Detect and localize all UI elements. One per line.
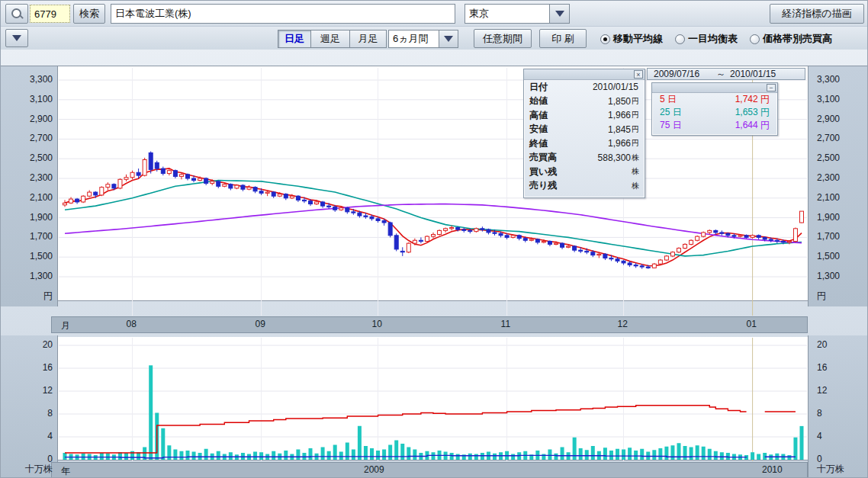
radio-overlay-0[interactable]: 移動平均線 (600, 32, 663, 46)
price-tick-label: 1,500 (817, 251, 840, 261)
price-tick-label: 3,300 (817, 74, 840, 85)
toolbar-row-2: 日足週足月足 任意期間 印 刷 移動平均線一目均衡表価格帯別売買高 (1, 27, 868, 50)
price-tick-label: 2,700 (817, 133, 840, 143)
timeframe-tabs: 日足週足月足 (278, 30, 387, 48)
ma-period-label: 75 日 (660, 119, 682, 132)
drawer-toggle-button[interactable] (5, 29, 28, 47)
month-axis-bar: 月 (51, 316, 808, 333)
ma-value: 1,653 円 (735, 106, 770, 119)
month-tick-label: 09 (256, 319, 265, 329)
price-tick-label: 1,700 (817, 231, 840, 242)
quote-info-row: 安値1,845円 (524, 123, 645, 137)
price-tick-label: 3,100 (14, 94, 53, 104)
ma-period-label: 25 日 (660, 106, 682, 119)
month-tick-label: 10 (372, 319, 382, 329)
quote-info-unit: 株 (632, 152, 639, 163)
quote-info-value: 1,845 (608, 124, 631, 135)
quote-info-label: 売買高 (529, 151, 557, 164)
quote-info-label: 安値 (529, 123, 548, 136)
chart-region: 月 年 × 日付2010/01/15始値1,850円高値1,966円安値1,84… (1, 66, 868, 478)
magnifier-icon (11, 8, 23, 20)
quote-info-value: 1,966 (608, 110, 631, 120)
radio-overlay-2[interactable]: 価格帯別売買高 (750, 32, 832, 46)
price-tick-label: 1,900 (817, 212, 840, 223)
quote-info-value: 1,850 (608, 96, 631, 107)
range-end-date: 2010/01/15 (730, 69, 776, 79)
close-icon[interactable]: × (634, 70, 643, 79)
tab-timeframe-0[interactable]: 日足 (278, 30, 310, 48)
exchange-select-field[interactable] (465, 4, 550, 24)
quote-info-row: 売買高588,300株 (524, 151, 645, 165)
quote-info-label: 売り残 (529, 179, 557, 192)
print-button[interactable]: 印 刷 (539, 29, 587, 48)
volume-tick-label: 4 (817, 431, 822, 441)
radio-overlay-1[interactable]: 一目均衡表 (675, 32, 738, 46)
chart-application-window: 検索 経済指標の描画 日足週足月足 任意期間 印 刷 移動平均線一目均衡表価格帯… (0, 0, 868, 478)
minimize-icon[interactable]: − (767, 84, 776, 91)
ma-value: 1,742 円 (735, 93, 770, 106)
year-axis-bar: 年 (51, 462, 808, 478)
economic-indicator-button[interactable]: 経済指標の描画 (770, 4, 864, 24)
price-tick-label: 1,300 (14, 271, 53, 281)
price-tick-label: 2,500 (14, 152, 53, 163)
search-button[interactable]: 検索 (73, 4, 105, 24)
volume-tick-label: 16 (14, 362, 53, 373)
month-tick-label: 01 (747, 319, 757, 329)
volume-tick-label: 20 (817, 339, 827, 350)
quote-info-unit: 円 (632, 110, 639, 120)
volume-tick-label: 4 (14, 431, 53, 441)
quote-info-rows: 日付2010/01/15始値1,850円高値1,966円安値1,845円終値1,… (524, 80, 645, 193)
stock-name-input[interactable] (111, 4, 455, 24)
quote-info-label: 買い残 (529, 165, 557, 178)
quote-info-unit: 株 (632, 181, 639, 191)
tab-timeframe-2[interactable]: 月足 (349, 30, 387, 48)
quote-info-label: 日付 (529, 81, 548, 94)
price-tick-label: 2,100 (817, 192, 840, 203)
ma-legend-row: 25 日1,653 円 (652, 106, 777, 119)
symbol-search-icon-button[interactable] (5, 4, 28, 24)
range-start-date: 2009/07/16 (654, 69, 699, 79)
price-tick-label: 2,300 (14, 172, 53, 183)
ma-legend-rows: 5 日1,742 円25 日1,653 円75 日1,644 円 (652, 93, 777, 132)
radio-icon (600, 34, 610, 44)
month-axis-label: 月 (61, 319, 70, 332)
ma-legend-titlebar[interactable]: − (652, 83, 777, 93)
month-tick-label: 12 (618, 319, 628, 329)
chevron-down-icon (12, 35, 21, 41)
price-tick-label: 1,700 (14, 231, 53, 242)
radio-label: 移動平均線 (613, 32, 663, 46)
custom-period-button[interactable]: 任意期間 (474, 29, 532, 48)
radio-label: 価格帯別売買高 (763, 32, 832, 46)
price-tick-label: 2,100 (14, 192, 53, 203)
quote-info-panel-titlebar[interactable]: × (524, 69, 645, 80)
radio-label: 一目均衡表 (688, 32, 738, 46)
exchange-dropdown-button[interactable] (549, 4, 570, 24)
quote-info-unit: 円 (632, 96, 639, 107)
quote-info-value: 588,300 (598, 152, 631, 163)
quote-info-row: 高値1,966円 (524, 108, 645, 123)
month-tick-label: 08 (127, 319, 137, 329)
ma-value: 1,644 円 (735, 119, 770, 132)
quote-info-unit: 円 (632, 124, 639, 135)
stock-code-input[interactable] (30, 5, 70, 23)
price-tick-label: 3,100 (817, 94, 840, 104)
period-select-field[interactable] (388, 30, 439, 48)
volume-tick-label: 16 (817, 362, 827, 373)
ma-legend-panel: − 5 日1,742 円25 日1,653 円75 日1,644 円 (651, 82, 778, 136)
year-axis-label: 年 (61, 465, 70, 478)
radio-icon (675, 34, 685, 44)
month-tick-label: 11 (501, 319, 510, 329)
tab-timeframe-1[interactable]: 週足 (310, 30, 349, 48)
price-tick-label: 3,300 (14, 74, 53, 85)
quote-info-unit: 円 (632, 138, 639, 149)
ma-period-label: 5 日 (660, 93, 677, 106)
volume-plot-area[interactable] (58, 337, 808, 460)
quote-info-row: 売り残株 (524, 179, 645, 194)
yen-unit-label: 円 (817, 290, 826, 303)
volume-tick-label: 20 (14, 339, 53, 350)
volume-tick-label: 8 (14, 408, 53, 419)
toolbar-row-1: 検索 経済指標の描画 (1, 1, 868, 27)
date-range-bar[interactable]: 2009/07/16 ～ 2010/01/15 (647, 68, 805, 80)
period-dropdown-button[interactable] (439, 30, 458, 48)
quote-info-unit: 株 (632, 166, 639, 177)
